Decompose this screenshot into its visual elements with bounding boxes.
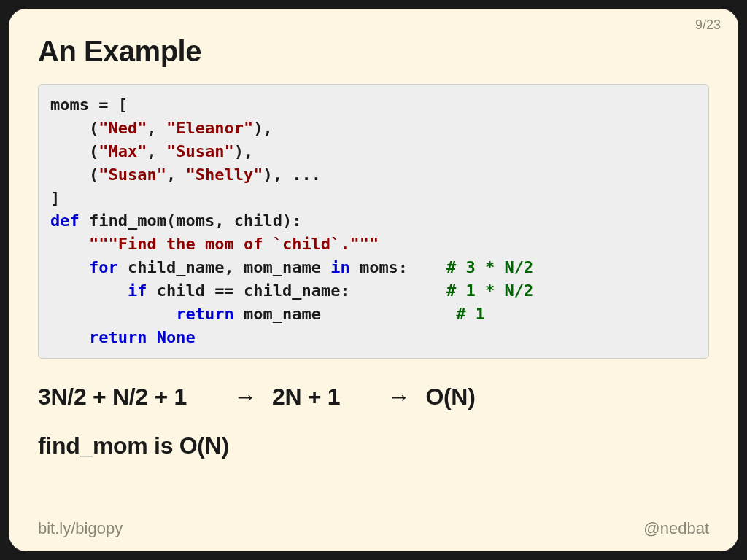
code-comment: # 1 * N/2 (446, 281, 533, 300)
code-comment: # 3 * N/2 (446, 258, 533, 276)
code-string: "Ned" (98, 119, 147, 137)
footer-link: bit.ly/bigopy (38, 519, 123, 538)
code-text: ( (50, 119, 98, 137)
code-text: ( (50, 142, 98, 160)
math-expr: 2N + 1 (272, 384, 340, 410)
code-text (50, 235, 89, 253)
code-line: return None (50, 328, 196, 346)
code-text: , (147, 119, 166, 137)
code-line: ("Max", "Susan"), (50, 142, 253, 160)
footer-handle: @nedbat (643, 519, 709, 538)
code-keyword: return (89, 328, 147, 346)
code-text: , (147, 142, 166, 160)
code-keyword: in (330, 258, 350, 276)
code-string: "Eleanor" (166, 119, 253, 137)
slide-title: An Example (38, 35, 709, 68)
math-derivation: 3N/2 + N/2 + 1 → 2N + 1 → O(N) (38, 384, 709, 411)
code-text: child_name, mom_name (118, 258, 330, 276)
code-text (50, 281, 128, 300)
code-text: ), (253, 119, 273, 137)
code-text: ( (50, 166, 98, 184)
slide-footer: bit.ly/bigopy @nedbat (38, 519, 709, 538)
code-text (50, 305, 176, 323)
footer-link-prefix: bit.ly/ (38, 519, 75, 537)
page-number: 9/23 (695, 18, 721, 33)
math-expr: 3N/2 + N/2 + 1 (38, 384, 187, 410)
code-text: find_mom(moms, child): (80, 211, 302, 230)
code-line: """Find the mom of `child`.""" (50, 235, 379, 253)
code-line: for child_name, mom_name in moms: # 3 * … (50, 258, 533, 276)
code-string: "Susan" (98, 166, 166, 184)
footer-link-slug: bigopy (75, 519, 123, 537)
code-string: "Shelly" (185, 166, 263, 184)
slide: 9/23 An Example moms = [ ("Ned", "Eleano… (9, 9, 738, 551)
code-block: moms = [ ("Ned", "Eleanor"), ("Max", "Su… (38, 84, 709, 359)
code-comment: # 1 (456, 305, 485, 323)
code-line: ("Ned", "Eleanor"), (50, 119, 273, 137)
arrow-icon: → (384, 384, 413, 411)
code-text (50, 328, 89, 346)
code-text (50, 258, 89, 276)
code-line: ("Susan", "Shelly"), ... (50, 166, 321, 184)
code-keyword: def (50, 211, 80, 230)
code-line: def find_mom(moms, child): (50, 211, 301, 230)
code-line: return mom_name # 1 (50, 305, 485, 323)
code-keyword: None (157, 328, 196, 346)
code-text: mom_name (234, 305, 457, 323)
arrow-icon: → (231, 384, 260, 411)
code-keyword: if (128, 281, 147, 300)
code-line: if child == child_name: # 1 * N/2 (50, 281, 533, 300)
code-keyword: for (89, 258, 118, 276)
code-text: ), ... (263, 166, 320, 184)
footer-handle-name: nedbat (660, 519, 709, 537)
code-string: "Susan" (166, 142, 234, 160)
code-line: moms = [ (50, 96, 128, 114)
code-text: child == child_name: (147, 281, 446, 300)
math-expr: O(N) (425, 384, 475, 410)
code-string: "Max" (98, 142, 147, 160)
code-keyword: return (176, 305, 233, 323)
footer-at-icon: @ (643, 519, 659, 537)
code-text (147, 328, 156, 346)
code-text: moms: (350, 258, 446, 276)
conclusion-line: find_mom is O(N) (38, 432, 709, 459)
code-docstring: """Find the mom of `child`.""" (89, 235, 379, 253)
code-text: , (166, 166, 186, 184)
code-line: ] (50, 189, 60, 207)
code-text: ), (234, 142, 254, 160)
